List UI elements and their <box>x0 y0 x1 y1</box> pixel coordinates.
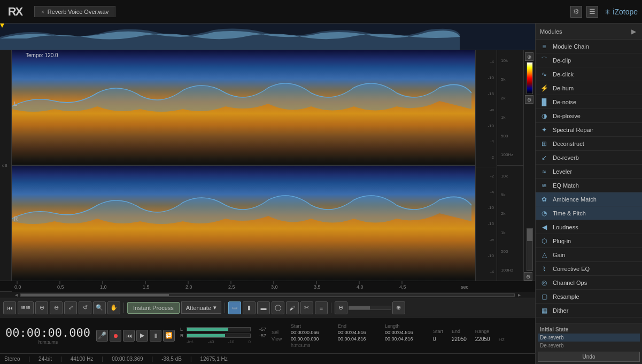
sidebar-item-de-noise[interactable]: ▐▌ De-noise <box>536 95 642 109</box>
freq-tick: 500 <box>499 134 521 138</box>
record-button[interactable]: ⏺ <box>110 330 121 342</box>
overview-waveform[interactable] <box>0 24 535 50</box>
sidebar-item-de-click[interactable]: ∿ De-click <box>536 67 642 81</box>
pos-start-val: 0 <box>433 336 443 342</box>
sidebar-item-deconstruct[interactable]: ⊞ Deconstruct <box>536 137 642 151</box>
tick-0: 0,0 <box>14 284 21 290</box>
sidebar-item-gain[interactable]: △ Gain <box>536 248 642 262</box>
stitch-tool[interactable]: ≡ <box>315 301 328 314</box>
level-meters: L -57 R -57 -Inf. <box>180 327 266 344</box>
tab-close-icon[interactable]: × <box>41 9 44 15</box>
sidebar-item-leveler[interactable]: ≈ Leveler <box>536 165 642 179</box>
sidebar-item-de-plosive[interactable]: ◑ De-plosive <box>536 109 642 123</box>
vertical-scrollbar[interactable] <box>527 228 533 271</box>
go-start-button[interactable]: ⏮ <box>123 330 135 342</box>
zoom-reset-tool[interactable]: ↺ <box>79 301 91 314</box>
zoom-wf-out[interactable]: ⊖ <box>335 301 347 314</box>
ambience-match-icon: ✿ <box>540 195 548 204</box>
instant-process-button[interactable]: Instant Process <box>127 302 180 314</box>
cut-tool[interactable]: ✂ <box>300 301 313 314</box>
sidebar-item-eq-match[interactable]: ≋ EQ Match <box>536 179 642 192</box>
record-arm-button[interactable]: 🎤 <box>96 330 108 342</box>
lasso-tool[interactable]: ◯ <box>272 301 284 314</box>
sidebar-item-plug-in[interactable]: ⬡ Plug-in <box>536 234 642 248</box>
scroll-thumb[interactable] <box>21 294 169 296</box>
plug-in-label: Plug-in <box>553 238 571 244</box>
scrollbar-thumb[interactable] <box>527 229 532 241</box>
db-ruler-tick: dB <box>2 50 9 281</box>
zoom-in-button[interactable]: ⊕ <box>525 52 533 61</box>
db-tick: -4 <box>477 264 496 280</box>
de-noise-label: De-noise <box>553 99 576 105</box>
db-tick: -10 <box>477 70 496 86</box>
sidebar-item-dither[interactable]: ▦ Dither <box>536 304 642 317</box>
sidebar-item-module-chain[interactable]: ≡ Module Chain <box>536 40 642 53</box>
sidebar-item-spectral-repair[interactable]: ✦ Spectral Repair <box>536 123 642 137</box>
select-rect-tool[interactable]: ▭ <box>228 301 241 314</box>
transport-bar: 00:00:00.000 h:m:s.ms 🎤 ⏺ ⏮ ▶ ⏸ 🔁 L <box>0 317 535 353</box>
play-button[interactable]: ▶ <box>136 330 148 342</box>
sidebar-header: Modules ▶ <box>536 24 642 40</box>
horizontal-scrollbar[interactable]: ◂ ▸ <box>0 291 535 298</box>
view-label: View <box>272 336 287 342</box>
overview-svg <box>0 24 535 50</box>
pan-tool[interactable]: ✋ <box>107 301 120 314</box>
de-plosive-icon: ◑ <box>540 112 548 120</box>
zoom-glass-tool[interactable]: 🔍 <box>93 301 106 314</box>
sidebar-item-de-clip[interactable]: ⌒ De-clip <box>536 53 642 67</box>
status-sep-3: | <box>102 356 104 362</box>
db-tick: -2 <box>477 168 496 184</box>
view-length-val: 00:00:04.816 <box>385 336 428 342</box>
scroll-track[interactable] <box>20 293 515 297</box>
state-item-2[interactable]: De-reverb <box>538 342 640 350</box>
zoom-slider[interactable] <box>349 306 391 310</box>
select-row-tool[interactable]: ▬ <box>257 301 270 314</box>
freq-tick: 5k <box>499 192 521 197</box>
sidebar-item-corrective-eq[interactable]: ⌇ Corrective EQ <box>536 262 642 276</box>
rewind-tool[interactable]: ⏮ <box>3 301 16 314</box>
zoom-wf-in[interactable]: ⊕ <box>392 301 405 314</box>
sidebar-item-de-hum[interactable]: ⚡ De-hum <box>536 81 642 95</box>
state-item-1[interactable]: De-reverb <box>538 334 640 342</box>
zoom-freq-out-button[interactable]: ⊖ <box>524 272 532 281</box>
color-scale <box>527 62 533 94</box>
timecode-display: 00:00:00.000 <box>5 326 91 339</box>
eq-match-label: EQ Match <box>553 182 579 189</box>
toolbar-separator <box>123 303 124 313</box>
sidebar-item-de-reverb[interactable]: ↙ De-reverb <box>536 151 642 165</box>
sidebar-item-time-pitch[interactable]: ◔ Time & Pitch <box>536 206 642 220</box>
brush-tool[interactable]: 🖌 <box>286 301 299 314</box>
freq-tick: 5k <box>499 77 521 82</box>
sidebar-item-channel-ops[interactable]: ◎ Channel Ops <box>536 276 642 290</box>
loop-button[interactable]: 🔁 <box>163 330 175 342</box>
zoom-in-tool[interactable]: ⊕ <box>35 301 48 314</box>
de-hum-icon: ⚡ <box>540 84 548 92</box>
level-r-db-value: -57 <box>253 333 266 338</box>
select-col-tool[interactable]: ▮ <box>243 301 256 314</box>
menu-button[interactable]: ☰ <box>586 6 598 18</box>
loudness-icon: ◀ <box>540 223 548 231</box>
zoom-slider-thumb[interactable] <box>349 306 370 309</box>
attenuate-dropdown[interactable]: Attenuate ▾ <box>181 301 221 314</box>
sidebar-expand-button[interactable]: ▶ <box>629 27 638 36</box>
sidebar-item-resample[interactable]: ▢ Resample <box>536 290 642 304</box>
sidebar-item-ambience-match[interactable]: ✿ Ambience Match <box>536 192 642 206</box>
zoom-out-button[interactable]: ⊖ <box>525 95 533 104</box>
corrective-eq-label: Corrective EQ <box>553 266 590 272</box>
file-tab[interactable]: × Reverb Voice Over.wav <box>34 6 115 17</box>
tick-15: 1,5 <box>143 284 150 290</box>
pause-button[interactable]: ⏸ <box>150 330 161 342</box>
spectrogram-display[interactable]: Tempo: 120.0 L R <box>12 50 475 281</box>
spectrogram-svg <box>12 50 475 281</box>
status-stereo: Stereo <box>4 356 20 362</box>
sidebar-item-loudness[interactable]: ◀ Loudness <box>536 220 642 234</box>
zoom-fit-tool[interactable]: ⤢ <box>64 301 77 314</box>
zoom-out-tool[interactable]: ⊖ <box>50 301 63 314</box>
spectrogram-wrapper[interactable]: dB Tempo: 120.0 L R <box>0 50 535 281</box>
undo-button[interactable]: Undo <box>538 352 640 362</box>
sel-view-area: Start End Length Sel 00:00:00.066 00:00:… <box>272 323 428 348</box>
waveform-tool[interactable]: ≋≋ <box>18 301 34 314</box>
settings-button[interactable]: ⚙ <box>570 6 582 18</box>
status-sep-1: | <box>28 356 30 362</box>
sel-view-headers: Start End Length <box>272 323 428 329</box>
